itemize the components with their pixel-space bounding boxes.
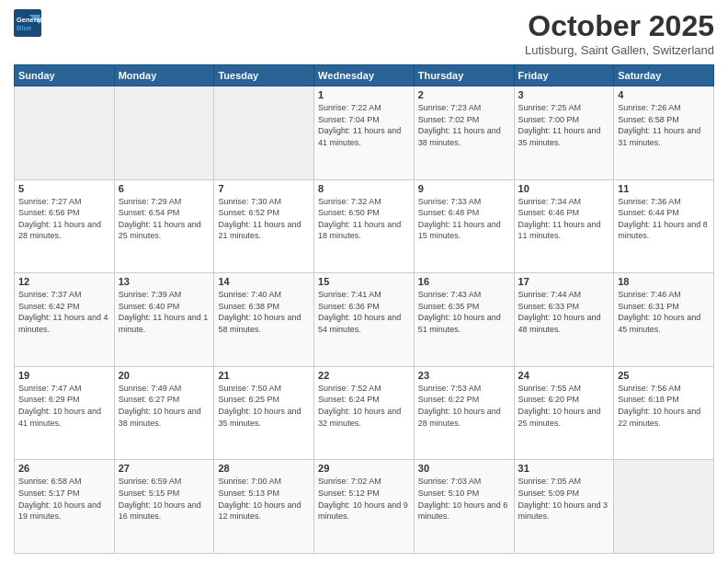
day-number: 6	[119, 183, 210, 194]
calendar-body: 1Sunrise: 7:22 AM Sunset: 7:04 PM Daylig…	[15, 86, 714, 554]
day-info: Sunrise: 7:50 AM Sunset: 6:25 PM Dayligh…	[218, 383, 310, 429]
day-info: Sunrise: 6:58 AM Sunset: 5:17 PM Dayligh…	[18, 476, 110, 522]
calendar-cell: 16Sunrise: 7:43 AM Sunset: 6:35 PM Dayli…	[414, 273, 514, 367]
day-number: 19	[18, 370, 110, 381]
day-number: 13	[119, 276, 210, 287]
calendar-cell: 2Sunrise: 7:23 AM Sunset: 7:02 PM Daylig…	[414, 86, 514, 180]
day-info: Sunrise: 7:27 AM Sunset: 6:56 PM Dayligh…	[18, 196, 110, 242]
day-info: Sunrise: 7:53 AM Sunset: 6:22 PM Dayligh…	[418, 383, 510, 429]
day-number: 24	[518, 370, 610, 381]
calendar-cell	[114, 86, 214, 180]
calendar-cell: 4Sunrise: 7:26 AM Sunset: 6:58 PM Daylig…	[614, 86, 714, 180]
day-info: Sunrise: 7:05 AM Sunset: 5:09 PM Dayligh…	[518, 476, 610, 522]
day-info: Sunrise: 7:49 AM Sunset: 6:27 PM Dayligh…	[119, 383, 210, 429]
day-info: Sunrise: 7:32 AM Sunset: 6:50 PM Dayligh…	[318, 196, 410, 242]
day-number: 15	[318, 276, 410, 287]
calendar-cell: 7Sunrise: 7:30 AM Sunset: 6:52 PM Daylig…	[214, 179, 314, 273]
calendar-cell: 26Sunrise: 6:58 AM Sunset: 5:17 PM Dayli…	[15, 460, 115, 554]
calendar-cell: 29Sunrise: 7:02 AM Sunset: 5:12 PM Dayli…	[314, 460, 415, 554]
page: General Blue October 2025 Lutisburg, Sai…	[0, 0, 728, 563]
calendar-cell: 31Sunrise: 7:05 AM Sunset: 5:09 PM Dayli…	[514, 460, 614, 554]
day-info: Sunrise: 6:59 AM Sunset: 5:15 PM Dayligh…	[119, 476, 210, 522]
weekday-header-row: Sunday Monday Tuesday Wednesday Thursday…	[15, 65, 714, 86]
day-info: Sunrise: 7:55 AM Sunset: 6:20 PM Dayligh…	[518, 383, 610, 429]
day-info: Sunrise: 7:43 AM Sunset: 6:35 PM Dayligh…	[418, 289, 510, 335]
calendar-cell: 3Sunrise: 7:25 AM Sunset: 7:00 PM Daylig…	[514, 86, 614, 180]
header-tuesday: Tuesday	[214, 65, 314, 86]
calendar-cell: 20Sunrise: 7:49 AM Sunset: 6:27 PM Dayli…	[114, 366, 214, 460]
calendar-week-2: 5Sunrise: 7:27 AM Sunset: 6:56 PM Daylig…	[15, 179, 714, 273]
calendar-cell: 30Sunrise: 7:03 AM Sunset: 5:10 PM Dayli…	[414, 460, 514, 554]
day-info: Sunrise: 7:26 AM Sunset: 6:58 PM Dayligh…	[618, 102, 710, 148]
day-number: 27	[119, 463, 210, 474]
calendar-week-1: 1Sunrise: 7:22 AM Sunset: 7:04 PM Daylig…	[15, 86, 714, 180]
calendar-cell	[614, 460, 714, 554]
calendar-cell: 12Sunrise: 7:37 AM Sunset: 6:42 PM Dayli…	[15, 273, 115, 367]
day-info: Sunrise: 7:44 AM Sunset: 6:33 PM Dayligh…	[518, 289, 610, 335]
calendar-cell: 10Sunrise: 7:34 AM Sunset: 6:46 PM Dayli…	[514, 179, 614, 273]
day-number: 20	[119, 370, 210, 381]
day-info: Sunrise: 7:03 AM Sunset: 5:10 PM Dayligh…	[418, 476, 510, 522]
day-info: Sunrise: 7:47 AM Sunset: 6:29 PM Dayligh…	[18, 383, 110, 429]
day-number: 4	[618, 89, 710, 100]
calendar-cell: 27Sunrise: 6:59 AM Sunset: 5:15 PM Dayli…	[114, 460, 214, 554]
day-number: 28	[218, 463, 310, 474]
day-info: Sunrise: 7:25 AM Sunset: 7:00 PM Dayligh…	[518, 102, 610, 148]
calendar-cell: 28Sunrise: 7:00 AM Sunset: 5:13 PM Dayli…	[214, 460, 314, 554]
calendar-cell	[15, 86, 115, 180]
calendar-cell: 14Sunrise: 7:40 AM Sunset: 6:38 PM Dayli…	[214, 273, 314, 367]
calendar-cell: 13Sunrise: 7:39 AM Sunset: 6:40 PM Dayli…	[114, 273, 214, 367]
calendar-table: Sunday Monday Tuesday Wednesday Thursday…	[14, 64, 714, 554]
day-number: 26	[18, 463, 110, 474]
day-number: 17	[518, 276, 610, 287]
title-section: October 2025 Lutisburg, Saint Gallen, Sw…	[525, 9, 714, 57]
header-monday: Monday	[114, 65, 214, 86]
day-number: 23	[418, 370, 510, 381]
day-number: 3	[518, 89, 610, 100]
day-number: 14	[218, 276, 310, 287]
day-info: Sunrise: 7:23 AM Sunset: 7:02 PM Dayligh…	[418, 102, 510, 148]
calendar-cell: 19Sunrise: 7:47 AM Sunset: 6:29 PM Dayli…	[15, 366, 115, 460]
day-info: Sunrise: 7:33 AM Sunset: 6:48 PM Dayligh…	[418, 196, 510, 242]
svg-text:General: General	[17, 16, 41, 24]
day-number: 10	[518, 183, 610, 194]
day-info: Sunrise: 7:41 AM Sunset: 6:36 PM Dayligh…	[318, 289, 410, 335]
calendar-week-4: 19Sunrise: 7:47 AM Sunset: 6:29 PM Dayli…	[15, 366, 714, 460]
calendar-cell: 5Sunrise: 7:27 AM Sunset: 6:56 PM Daylig…	[15, 179, 115, 273]
header-friday: Friday	[514, 65, 614, 86]
day-number: 30	[418, 463, 510, 474]
day-info: Sunrise: 7:29 AM Sunset: 6:54 PM Dayligh…	[119, 196, 210, 242]
day-info: Sunrise: 7:40 AM Sunset: 6:38 PM Dayligh…	[218, 289, 310, 335]
day-number: 18	[618, 276, 710, 287]
day-number: 29	[318, 463, 410, 474]
calendar-cell: 24Sunrise: 7:55 AM Sunset: 6:20 PM Dayli…	[514, 366, 614, 460]
day-info: Sunrise: 7:37 AM Sunset: 6:42 PM Dayligh…	[18, 289, 110, 335]
header: General Blue October 2025 Lutisburg, Sai…	[14, 9, 714, 57]
calendar-cell: 17Sunrise: 7:44 AM Sunset: 6:33 PM Dayli…	[514, 273, 614, 367]
day-info: Sunrise: 7:22 AM Sunset: 7:04 PM Dayligh…	[318, 102, 410, 148]
day-number: 25	[618, 370, 710, 381]
calendar-cell	[214, 86, 314, 180]
calendar-cell: 23Sunrise: 7:53 AM Sunset: 6:22 PM Dayli…	[414, 366, 514, 460]
day-number: 22	[318, 370, 410, 381]
day-info: Sunrise: 7:02 AM Sunset: 5:12 PM Dayligh…	[318, 476, 410, 522]
day-number: 12	[18, 276, 110, 287]
logo: General Blue	[14, 9, 41, 37]
day-number: 2	[418, 89, 510, 100]
calendar-week-3: 12Sunrise: 7:37 AM Sunset: 6:42 PM Dayli…	[15, 273, 714, 367]
day-number: 31	[518, 463, 610, 474]
location: Lutisburg, Saint Gallen, Switzerland	[525, 43, 714, 57]
day-info: Sunrise: 7:39 AM Sunset: 6:40 PM Dayligh…	[119, 289, 210, 335]
calendar-cell: 25Sunrise: 7:56 AM Sunset: 6:18 PM Dayli…	[614, 366, 714, 460]
day-number: 5	[18, 183, 110, 194]
day-number: 1	[318, 89, 410, 100]
logo-icon: General Blue	[14, 9, 41, 37]
day-number: 11	[618, 183, 710, 194]
calendar-cell: 15Sunrise: 7:41 AM Sunset: 6:36 PM Dayli…	[314, 273, 415, 367]
calendar-cell: 8Sunrise: 7:32 AM Sunset: 6:50 PM Daylig…	[314, 179, 415, 273]
svg-text:Blue: Blue	[17, 24, 31, 32]
header-wednesday: Wednesday	[314, 65, 415, 86]
day-info: Sunrise: 7:56 AM Sunset: 6:18 PM Dayligh…	[618, 383, 710, 429]
calendar-cell: 11Sunrise: 7:36 AM Sunset: 6:44 PM Dayli…	[614, 179, 714, 273]
day-info: Sunrise: 7:52 AM Sunset: 6:24 PM Dayligh…	[318, 383, 410, 429]
